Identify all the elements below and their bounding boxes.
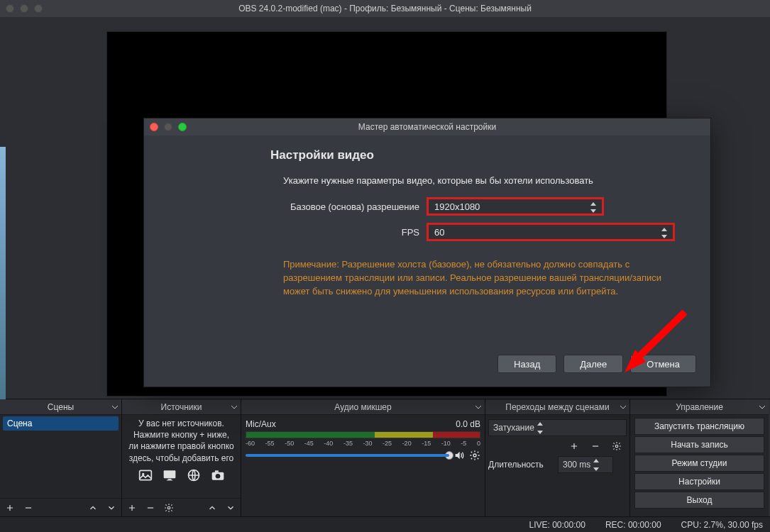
scene-item[interactable]: Сцена — [3, 416, 119, 431]
svg-rect-2 — [163, 470, 175, 478]
zoom-dot[interactable] — [34, 4, 43, 13]
remove-scene-button[interactable] — [21, 501, 35, 515]
sources-empty-hint[interactable]: У вас нет источников. Нажмите кнопку + н… — [122, 415, 241, 498]
tick: -25 — [383, 440, 392, 447]
svg-rect-4 — [166, 480, 172, 480]
scenes-list[interactable]: Сцена — [0, 415, 121, 498]
stepper-icon — [588, 200, 599, 214]
window-controls — [6, 4, 43, 13]
sources-header[interactable]: Источники — [122, 399, 241, 415]
transition-type-value: Затухание — [493, 423, 534, 433]
sources-footer — [122, 498, 241, 516]
speaker-icon[interactable] — [453, 450, 465, 461]
window-title: OBS 24.0.2-modified (mac) - Профиль: Без… — [238, 4, 532, 13]
globe-icon — [185, 468, 202, 482]
svg-point-11 — [615, 445, 618, 448]
resolution-value: 1920x1080 — [434, 201, 480, 212]
display-icon — [161, 468, 178, 482]
next-button[interactable]: Далее — [563, 355, 623, 373]
scene-down-button[interactable] — [104, 501, 119, 515]
tick: -60 — [246, 440, 255, 447]
remove-transition-button[interactable] — [588, 439, 603, 453]
scenes-footer — [0, 498, 121, 516]
source-type-icons — [123, 468, 239, 482]
scene-up-button[interactable] — [86, 501, 100, 515]
transition-type-select[interactable]: Затухание — [488, 419, 627, 436]
status-rec: REC: 00:00:00 — [605, 520, 661, 530]
fps-select[interactable]: 60 — [427, 223, 675, 241]
tick: -30 — [363, 440, 372, 447]
caret-icon — [759, 404, 766, 411]
source-settings-button[interactable] — [162, 501, 176, 515]
svg-rect-8 — [214, 470, 218, 472]
add-scene-button[interactable] — [3, 501, 17, 515]
stepper-icon — [590, 456, 602, 473]
resolution-select[interactable]: 1920x1080 — [427, 197, 604, 216]
transitions-panel: Переходы между сценами Затухание — [485, 399, 630, 516]
svg-point-9 — [167, 506, 170, 509]
add-source-button[interactable] — [125, 501, 139, 515]
svg-rect-3 — [167, 479, 171, 480]
channel-level: 0.0 dB — [456, 419, 480, 429]
modal-close-dot[interactable] — [150, 123, 158, 131]
close-dot[interactable] — [6, 4, 14, 13]
gear-icon[interactable] — [469, 450, 480, 461]
caret-icon — [620, 404, 627, 411]
settings-button[interactable]: Настройки — [634, 473, 764, 490]
remove-source-button[interactable] — [143, 501, 158, 515]
duration-label: Длительность — [488, 460, 554, 470]
fps-label: FPS — [164, 227, 427, 238]
start-stream-button[interactable]: Запустить трансляцию — [634, 418, 764, 435]
duration-field[interactable]: 300 ms — [558, 456, 613, 473]
channel-name: Mic/Aux — [246, 419, 276, 429]
tick: -40 — [324, 440, 333, 447]
source-down-button[interactable] — [224, 501, 238, 515]
modal-zoom-dot[interactable] — [178, 123, 187, 131]
svg-rect-0 — [139, 470, 151, 480]
modal-titlebar: Мастер автоматической настройки — [144, 118, 710, 135]
controls-title: Управление — [676, 402, 723, 412]
tick: -20 — [402, 440, 412, 447]
back-button[interactable]: Назад — [497, 355, 556, 373]
source-up-button[interactable] — [205, 501, 219, 515]
mixer-header[interactable]: Аудио микшер — [241, 399, 485, 415]
modal-body: Настройки видео Укажите нужные параметры… — [144, 135, 710, 351]
mixer-body: Mic/Aux 0.0 dB -60 -55 -50 -45 -40 -35 -… — [241, 415, 485, 516]
transitions-header[interactable]: Переходы между сценами — [485, 399, 629, 415]
auto-config-wizard: Мастер автоматической настройки Настройк… — [143, 118, 711, 387]
stepper-icon — [534, 419, 546, 436]
stepper-icon — [659, 226, 670, 240]
camera-icon — [209, 468, 226, 482]
tick: -15 — [422, 440, 431, 447]
sources-panel: Источники У вас нет источников. Нажмите … — [122, 399, 241, 516]
scenes-header[interactable]: Сцены — [0, 399, 121, 415]
hint-line: Нажмите кнопку + ниже, — [123, 429, 239, 440]
mixer-channel: Mic/Aux 0.0 dB -60 -55 -50 -45 -40 -35 -… — [244, 416, 482, 462]
cancel-button[interactable]: Отмена — [630, 355, 696, 373]
controls-header[interactable]: Управление — [630, 399, 769, 415]
hint-line: ли нажмите правой кнопко — [123, 440, 239, 452]
volume-slider[interactable] — [246, 454, 449, 457]
transition-settings-button[interactable] — [610, 439, 624, 453]
tick: 0 — [477, 440, 480, 447]
duration-value: 300 ms — [563, 460, 590, 470]
studio-mode-button[interactable]: Режим студии — [634, 455, 764, 472]
minimize-dot[interactable] — [20, 4, 28, 13]
tick: -45 — [304, 440, 314, 447]
modal-subheading: Укажите нужные параметры видео, которые … — [283, 175, 691, 186]
level-meter — [246, 431, 480, 438]
resolution-label: Базовое (основа) разрешение — [164, 201, 427, 212]
resolution-note: Примечание: Разрешение холста (базовое),… — [283, 258, 681, 299]
start-record-button[interactable]: Начать запись — [634, 436, 764, 453]
add-transition-button[interactable] — [567, 439, 581, 453]
modal-title: Мастер автоматической настройки — [358, 122, 496, 132]
exit-button[interactable]: Выход — [634, 492, 764, 509]
bottom-panels: Сцены Сцена Источники — [0, 399, 770, 516]
tick: -5 — [461, 440, 466, 447]
status-live: LIVE: 00:00:00 — [529, 520, 585, 530]
svg-point-7 — [215, 474, 220, 479]
desktop-edge — [0, 147, 6, 401]
modal-min-dot[interactable] — [164, 123, 172, 131]
meter-ticks: -60 -55 -50 -45 -40 -35 -30 -25 -20 -15 … — [246, 440, 480, 447]
caret-icon — [231, 404, 238, 411]
